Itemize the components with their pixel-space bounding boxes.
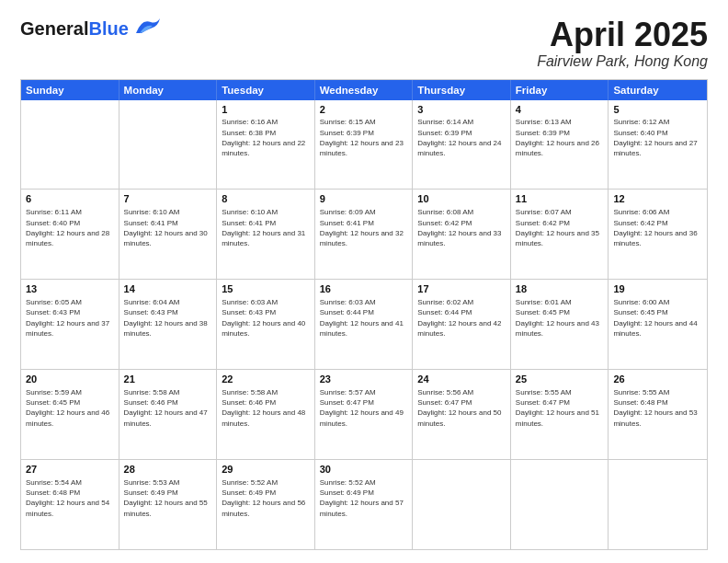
day-number: 26 bbox=[613, 373, 702, 386]
cell-detail: Sunrise: 6:13 AM Sunset: 6:39 PM Dayligh… bbox=[516, 117, 604, 158]
day-number: 13 bbox=[26, 282, 114, 296]
header-day-monday: Monday bbox=[119, 80, 218, 100]
day-number: 14 bbox=[124, 282, 212, 296]
day-number: 12 bbox=[613, 192, 702, 206]
cell-detail: Sunrise: 5:58 AM Sunset: 6:46 PM Dayligh… bbox=[124, 387, 212, 429]
cell-detail: Sunrise: 6:06 AM Sunset: 6:42 PM Dayligh… bbox=[613, 207, 702, 248]
calendar-cell: 6Sunrise: 6:11 AM Sunset: 6:40 PM Daylig… bbox=[21, 190, 119, 279]
calendar-cell: 20Sunrise: 5:59 AM Sunset: 6:45 PM Dayli… bbox=[21, 370, 119, 459]
calendar-cell: 9Sunrise: 6:09 AM Sunset: 6:41 PM Daylig… bbox=[315, 190, 414, 279]
day-number: 24 bbox=[417, 373, 506, 386]
day-number: 2 bbox=[320, 103, 408, 117]
day-number: 17 bbox=[417, 282, 506, 296]
cell-detail: Sunrise: 6:15 AM Sunset: 6:39 PM Dayligh… bbox=[320, 117, 408, 158]
cell-detail: Sunrise: 5:55 AM Sunset: 6:48 PM Dayligh… bbox=[613, 387, 702, 429]
cell-detail: Sunrise: 6:04 AM Sunset: 6:43 PM Dayligh… bbox=[124, 297, 212, 339]
cell-detail: Sunrise: 6:08 AM Sunset: 6:42 PM Dayligh… bbox=[417, 207, 506, 248]
calendar-cell: 29Sunrise: 5:52 AM Sunset: 6:49 PM Dayli… bbox=[217, 460, 315, 549]
title-block: April 2025 Fairview Park, Hong Kong bbox=[537, 17, 708, 70]
calendar-cell: 27Sunrise: 5:54 AM Sunset: 6:48 PM Dayli… bbox=[21, 460, 119, 549]
day-number: 3 bbox=[417, 103, 506, 117]
cell-detail: Sunrise: 5:58 AM Sunset: 6:46 PM Dayligh… bbox=[222, 387, 310, 429]
day-number: 21 bbox=[124, 373, 212, 386]
logo: GeneralBlue bbox=[20, 17, 162, 40]
logo-name: GeneralBlue bbox=[20, 19, 129, 38]
header-day-sunday: Sunday bbox=[21, 80, 119, 100]
calendar-row-2: 13Sunrise: 6:05 AM Sunset: 6:43 PM Dayli… bbox=[21, 279, 707, 369]
day-number: 23 bbox=[320, 373, 408, 386]
calendar-cell: 15Sunrise: 6:03 AM Sunset: 6:43 PM Dayli… bbox=[217, 280, 315, 369]
day-number: 27 bbox=[26, 463, 114, 477]
cell-detail: Sunrise: 6:03 AM Sunset: 6:44 PM Dayligh… bbox=[320, 297, 408, 339]
header-day-friday: Friday bbox=[511, 80, 609, 100]
header: GeneralBlue April 2025 Fairview Park, Ho… bbox=[20, 17, 708, 70]
header-day-saturday: Saturday bbox=[609, 80, 707, 100]
cell-detail: Sunrise: 6:10 AM Sunset: 6:41 PM Dayligh… bbox=[124, 207, 212, 248]
cell-detail: Sunrise: 6:11 AM Sunset: 6:40 PM Dayligh… bbox=[26, 207, 114, 248]
calendar-cell: 23Sunrise: 5:57 AM Sunset: 6:47 PM Dayli… bbox=[315, 370, 414, 459]
calendar-cell: 8Sunrise: 6:10 AM Sunset: 6:41 PM Daylig… bbox=[217, 190, 315, 279]
calendar-cell: 1Sunrise: 6:16 AM Sunset: 6:38 PM Daylig… bbox=[217, 100, 315, 190]
calendar-body: 1Sunrise: 6:16 AM Sunset: 6:38 PM Daylig… bbox=[21, 100, 707, 549]
calendar-cell: 5Sunrise: 6:12 AM Sunset: 6:40 PM Daylig… bbox=[609, 100, 707, 190]
cell-detail: Sunrise: 5:56 AM Sunset: 6:47 PM Dayligh… bbox=[417, 387, 506, 429]
day-number: 6 bbox=[26, 192, 114, 206]
calendar-cell: 22Sunrise: 5:58 AM Sunset: 6:46 PM Dayli… bbox=[217, 370, 315, 459]
day-number: 22 bbox=[222, 373, 310, 386]
day-number: 10 bbox=[417, 192, 506, 206]
day-number: 5 bbox=[613, 103, 702, 117]
calendar: SundayMondayTuesdayWednesdayThursdayFrid… bbox=[20, 79, 708, 550]
cell-detail: Sunrise: 5:52 AM Sunset: 6:49 PM Dayligh… bbox=[320, 477, 408, 519]
calendar-cell: 2Sunrise: 6:15 AM Sunset: 6:39 PM Daylig… bbox=[315, 100, 414, 190]
calendar-cell: 10Sunrise: 6:08 AM Sunset: 6:42 PM Dayli… bbox=[413, 190, 511, 279]
calendar-cell bbox=[511, 460, 609, 549]
calendar-row-4: 27Sunrise: 5:54 AM Sunset: 6:48 PM Dayli… bbox=[21, 459, 707, 549]
day-number: 18 bbox=[516, 282, 604, 296]
day-number: 25 bbox=[516, 373, 604, 386]
cell-detail: Sunrise: 5:59 AM Sunset: 6:45 PM Dayligh… bbox=[26, 387, 114, 429]
calendar-row-3: 20Sunrise: 5:59 AM Sunset: 6:45 PM Dayli… bbox=[21, 369, 707, 459]
calendar-cell bbox=[413, 460, 511, 549]
calendar-cell: 24Sunrise: 5:56 AM Sunset: 6:47 PM Dayli… bbox=[413, 370, 511, 459]
cell-detail: Sunrise: 5:52 AM Sunset: 6:49 PM Dayligh… bbox=[222, 477, 310, 519]
day-number: 4 bbox=[516, 103, 604, 117]
calendar-cell: 19Sunrise: 6:00 AM Sunset: 6:45 PM Dayli… bbox=[609, 280, 707, 369]
calendar-cell: 4Sunrise: 6:13 AM Sunset: 6:39 PM Daylig… bbox=[511, 100, 609, 190]
calendar-cell: 7Sunrise: 6:10 AM Sunset: 6:41 PM Daylig… bbox=[119, 190, 218, 279]
cell-detail: Sunrise: 5:53 AM Sunset: 6:49 PM Dayligh… bbox=[124, 477, 212, 519]
cell-detail: Sunrise: 6:02 AM Sunset: 6:44 PM Dayligh… bbox=[417, 297, 506, 339]
cell-detail: Sunrise: 6:01 AM Sunset: 6:45 PM Dayligh… bbox=[516, 297, 604, 339]
logo-general: General bbox=[20, 18, 88, 39]
day-number: 19 bbox=[613, 282, 702, 296]
calendar-cell: 28Sunrise: 5:53 AM Sunset: 6:49 PM Dayli… bbox=[119, 460, 218, 549]
cell-detail: Sunrise: 6:09 AM Sunset: 6:41 PM Dayligh… bbox=[320, 207, 408, 248]
cell-detail: Sunrise: 6:12 AM Sunset: 6:40 PM Dayligh… bbox=[613, 117, 702, 158]
calendar-cell bbox=[119, 100, 218, 190]
cell-detail: Sunrise: 5:57 AM Sunset: 6:47 PM Dayligh… bbox=[320, 387, 408, 429]
day-number: 1 bbox=[222, 103, 310, 117]
calendar-cell: 21Sunrise: 5:58 AM Sunset: 6:46 PM Dayli… bbox=[119, 370, 218, 459]
day-number: 30 bbox=[320, 463, 408, 477]
calendar-cell: 3Sunrise: 6:14 AM Sunset: 6:39 PM Daylig… bbox=[413, 100, 511, 190]
logo-blue: Blue bbox=[88, 18, 128, 39]
calendar-cell: 30Sunrise: 5:52 AM Sunset: 6:49 PM Dayli… bbox=[315, 460, 414, 549]
cell-detail: Sunrise: 5:55 AM Sunset: 6:47 PM Dayligh… bbox=[516, 387, 604, 429]
cell-detail: Sunrise: 6:00 AM Sunset: 6:45 PM Dayligh… bbox=[613, 297, 702, 339]
calendar-cell: 12Sunrise: 6:06 AM Sunset: 6:42 PM Dayli… bbox=[609, 190, 707, 279]
cell-detail: Sunrise: 6:07 AM Sunset: 6:42 PM Dayligh… bbox=[516, 207, 604, 248]
calendar-cell bbox=[609, 460, 707, 549]
day-number: 8 bbox=[222, 192, 310, 206]
cell-detail: Sunrise: 6:14 AM Sunset: 6:39 PM Dayligh… bbox=[417, 117, 506, 158]
calendar-cell bbox=[21, 100, 119, 190]
cell-detail: Sunrise: 6:05 AM Sunset: 6:43 PM Dayligh… bbox=[26, 297, 114, 339]
day-number: 15 bbox=[222, 282, 310, 296]
header-day-tuesday: Tuesday bbox=[217, 80, 315, 100]
day-number: 16 bbox=[320, 282, 408, 296]
cell-detail: Sunrise: 6:03 AM Sunset: 6:43 PM Dayligh… bbox=[222, 297, 310, 339]
calendar-cell: 25Sunrise: 5:55 AM Sunset: 6:47 PM Dayli… bbox=[511, 370, 609, 459]
calendar-cell: 14Sunrise: 6:04 AM Sunset: 6:43 PM Dayli… bbox=[119, 280, 218, 369]
logo-bird-icon bbox=[132, 17, 162, 40]
day-number: 29 bbox=[222, 463, 310, 477]
page: GeneralBlue April 2025 Fairview Park, Ho… bbox=[0, 0, 728, 563]
day-number: 9 bbox=[320, 192, 408, 206]
